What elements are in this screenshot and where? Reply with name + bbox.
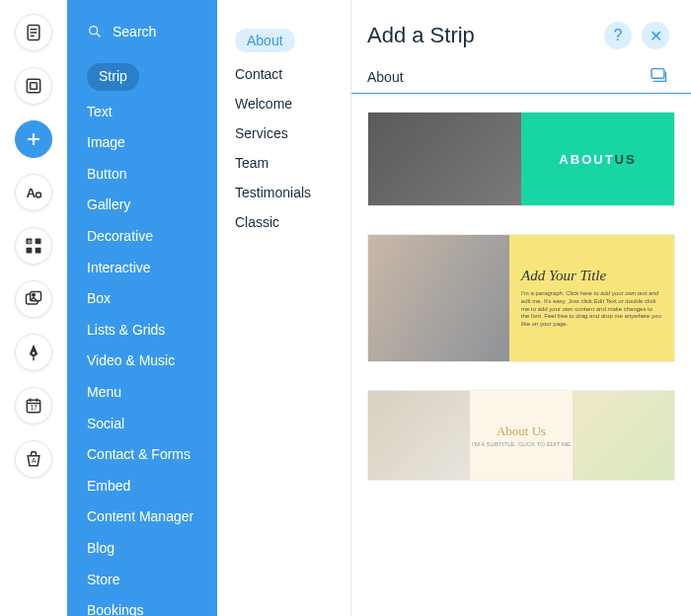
preview-text-block: Add Your Title I'm a paragraph. Click he…: [509, 235, 674, 361]
pages-icon: [24, 23, 43, 42]
subcategories-panel: About Contact Welcome Services Team Test…: [217, 0, 351, 616]
section-button[interactable]: [15, 67, 52, 105]
overlay-toggle-button[interactable]: [650, 67, 669, 87]
calendar-icon: 17: [24, 396, 43, 416]
preview-image: [368, 113, 521, 205]
category-decorative[interactable]: Decorative: [67, 221, 217, 253]
svg-text:A: A: [32, 457, 37, 464]
svg-text:17: 17: [31, 404, 38, 411]
subcategory-classic[interactable]: Classic: [217, 207, 350, 237]
category-store[interactable]: Store: [67, 565, 217, 596]
svg-rect-13: [36, 248, 41, 254]
close-button[interactable]: ✕: [642, 22, 669, 49]
category-strip[interactable]: Strip: [67, 57, 217, 97]
preview-title: Add Your Title: [521, 268, 606, 284]
search-placeholder: Search: [113, 24, 156, 39]
search-row[interactable]: Search: [67, 24, 217, 57]
text-style-icon: A: [24, 183, 43, 202]
category-embed[interactable]: Embed: [67, 471, 217, 502]
svg-point-19: [33, 294, 36, 297]
help-button[interactable]: ?: [604, 22, 632, 49]
header-actions: ? ✕: [604, 22, 669, 49]
preview-text-block: ABOUTUS: [521, 113, 674, 205]
subcategory-team[interactable]: Team: [217, 148, 350, 178]
preview-text-block: About Us I'M A SUBTITLE. CLICK TO EDIT M…: [470, 391, 572, 480]
categories-panel: Search Strip Text Image Button Gallery D…: [67, 0, 217, 616]
add-icon: [24, 129, 43, 149]
category-box[interactable]: Box: [67, 283, 217, 315]
svg-point-28: [90, 27, 98, 35]
strip-preview-3[interactable]: About Us I'M A SUBTITLE. CLICK TO EDIT M…: [367, 390, 675, 481]
calendar-button[interactable]: 17: [15, 387, 52, 424]
preview-subtitle: I'M A SUBTITLE. CLICK TO EDIT ME: [472, 441, 571, 447]
category-lists-grids[interactable]: Lists & Grids: [67, 315, 217, 346]
strip-preview-2[interactable]: Add Your Title I'm a paragraph. Click he…: [367, 234, 675, 362]
section-header: About: [351, 67, 691, 94]
pen-icon: [24, 343, 43, 362]
svg-text:A: A: [27, 186, 37, 200]
store-button[interactable]: A: [15, 440, 52, 478]
close-icon: ✕: [650, 27, 662, 45]
preview-image: [368, 235, 509, 361]
apps-button[interactable]: [15, 227, 52, 265]
pages-button[interactable]: [15, 14, 52, 51]
media-icon: [24, 289, 43, 309]
preview-image-left: [368, 391, 470, 480]
subcategory-services[interactable]: Services: [217, 118, 350, 148]
svg-rect-11: [36, 239, 41, 245]
preview-about-label: ABOUT: [559, 152, 614, 167]
svg-rect-5: [31, 83, 38, 90]
svg-point-9: [37, 192, 41, 197]
subcategory-contact[interactable]: Contact: [217, 59, 350, 89]
main-header: Add a Strip ? ✕: [351, 0, 691, 67]
category-blog[interactable]: Blog: [67, 533, 217, 565]
svg-rect-4: [27, 79, 39, 92]
media-button[interactable]: [15, 280, 52, 318]
category-interactive[interactable]: Interactive: [67, 253, 217, 284]
add-button[interactable]: [15, 120, 52, 158]
help-icon: ?: [614, 27, 623, 44]
preview-image-right: [573, 391, 674, 480]
search-icon: [87, 24, 103, 39]
category-contact-forms[interactable]: Contact & Forms: [67, 439, 217, 471]
svg-rect-12: [27, 248, 33, 254]
text-style-button[interactable]: A: [15, 174, 52, 211]
store-icon: A: [24, 449, 43, 469]
main-panel: Add a Strip ? ✕ About ABOUTUS Add Your T…: [351, 0, 691, 616]
svg-point-20: [33, 352, 36, 355]
category-image[interactable]: Image: [67, 127, 217, 159]
strip-preview-1[interactable]: ABOUTUS: [367, 112, 675, 206]
subcategory-welcome[interactable]: Welcome: [217, 89, 350, 118]
category-menu[interactable]: Menu: [67, 377, 217, 409]
category-button[interactable]: Button: [67, 159, 217, 191]
subcategory-testimonials[interactable]: Testimonials: [217, 178, 350, 207]
svg-rect-30: [652, 69, 664, 79]
apps-icon: [24, 236, 43, 256]
category-gallery[interactable]: Gallery: [67, 190, 217, 221]
tools-toolbar: A 17 A: [0, 0, 67, 616]
preview-body: I'm a paragraph. Click here to add your …: [521, 290, 662, 329]
section-title: About: [367, 69, 404, 85]
category-video-music[interactable]: Video & Music: [67, 346, 217, 377]
pen-button[interactable]: [15, 334, 52, 371]
category-social[interactable]: Social: [67, 409, 217, 440]
preview-script-title: About Us: [497, 424, 546, 439]
subcategory-about[interactable]: About: [217, 22, 350, 59]
category-content-manager[interactable]: Content Manager: [67, 501, 217, 533]
strip-preview-list: ABOUTUS Add Your Title I'm a paragraph. …: [351, 112, 691, 576]
section-icon: [24, 76, 43, 96]
overlay-icon: [650, 67, 669, 83]
category-text[interactable]: Text: [67, 97, 217, 128]
panel-title: Add a Strip: [367, 23, 475, 48]
svg-line-29: [97, 34, 100, 37]
category-bookings[interactable]: Bookings: [67, 595, 217, 616]
preview-us-label: US: [615, 152, 637, 167]
